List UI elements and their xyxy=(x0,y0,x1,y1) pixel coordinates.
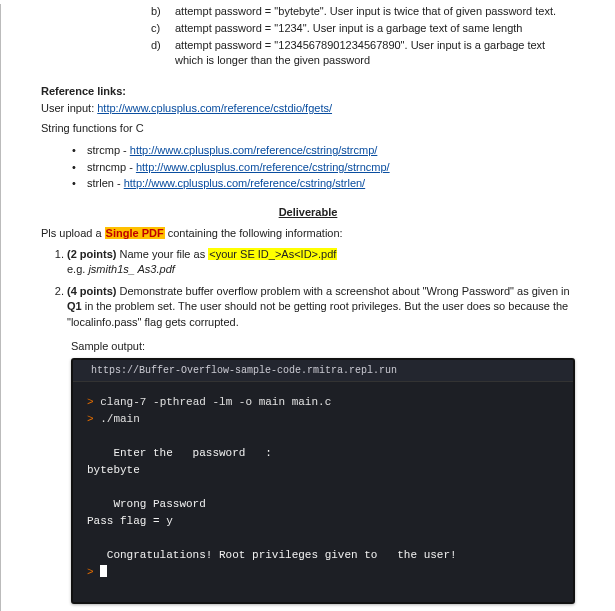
func-link[interactable]: http://www.cplusplus.com/reference/cstri… xyxy=(136,161,390,173)
q1-ref: Q1 xyxy=(67,300,82,312)
terminal-line: ./main xyxy=(100,413,140,425)
sub-item-text: attempt password = "12345678901234567890… xyxy=(175,38,575,68)
deliverable-item-2: (4 points) Demonstrate buffer overflow p… xyxy=(67,284,575,330)
bullet-icon: • xyxy=(71,159,77,176)
prompt-icon: > xyxy=(87,396,94,408)
item2-text: Demonstrate buffer overflow problem with… xyxy=(117,285,570,297)
prompt-icon: > xyxy=(87,566,94,578)
function-links-list: • strcmp - http://www.cplusplus.com/refe… xyxy=(71,142,575,192)
func-link[interactable]: http://www.cplusplus.com/reference/cstri… xyxy=(130,144,378,156)
list-item: • strlen - http://www.cplusplus.com/refe… xyxy=(71,175,575,192)
sub-item-label: d) xyxy=(151,38,167,68)
upload-instruction: Pls upload a Single PDF containing the f… xyxy=(41,226,575,241)
item2-text2: in the problem set. The user should not … xyxy=(67,300,568,327)
sub-item-label: c) xyxy=(151,21,167,36)
user-input-label: User input: xyxy=(41,102,97,114)
points-badge: (2 points) xyxy=(67,248,117,260)
upload-post: containing the following information: xyxy=(165,227,343,239)
sub-item-text: attempt password = "bytebyte". User inpu… xyxy=(175,4,575,19)
func-name: strcmp xyxy=(87,144,120,156)
single-pdf-highlight: Single PDF xyxy=(105,227,165,239)
terminal-line: Enter the password : xyxy=(87,447,272,459)
sub-item-text: attempt password = "1234". User input is… xyxy=(175,21,575,36)
terminal-title: https://Buffer-Overflow-sample-code.rmit… xyxy=(73,360,573,382)
deliverable-heading: Deliverable xyxy=(41,206,575,218)
prompt-icon: > xyxy=(87,413,94,425)
func-name: strlen xyxy=(87,177,114,189)
cursor-icon xyxy=(100,565,107,577)
upload-pre: Pls upload a xyxy=(41,227,105,239)
sub-item: b) attempt password = "bytebyte". User i… xyxy=(151,4,575,19)
func-name: strncmp xyxy=(87,161,126,173)
terminal-window: https://Buffer-Overflow-sample-code.rmit… xyxy=(71,358,575,604)
deliverable-item-1: (2 points) Name your file as <your SE ID… xyxy=(67,247,575,278)
filename-mask: <your SE ID_>As<ID>.pdf xyxy=(208,248,337,260)
list-item: • strncmp - http://www.cplusplus.com/ref… xyxy=(71,159,575,176)
terminal-line: clang-7 -pthread -lm -o main main.c xyxy=(100,396,331,408)
func-link[interactable]: http://www.cplusplus.com/reference/cstri… xyxy=(124,177,365,189)
sub-item: d) attempt password = "12345678901234567… xyxy=(151,38,575,68)
bullet-icon: • xyxy=(71,175,77,192)
sub-item-label: b) xyxy=(151,4,167,19)
eg-label: e.g. xyxy=(67,263,88,275)
terminal-line: Congratulations! Root privileges given t… xyxy=(87,549,457,561)
terminal-line: Wrong Password xyxy=(87,498,206,510)
sample-output-label: Sample output: xyxy=(71,340,575,352)
bullet-icon: • xyxy=(71,142,77,159)
list-item: • strcmp - http://www.cplusplus.com/refe… xyxy=(71,142,575,159)
string-functions-label: String functions for C xyxy=(41,121,575,136)
terminal-line: Pass flag = y xyxy=(87,515,173,527)
terminal-body: > clang-7 -pthread -lm -o main main.c > … xyxy=(73,382,573,602)
user-input-line: User input: http://www.cplusplus.com/ref… xyxy=(41,101,575,116)
user-input-link[interactable]: http://www.cplusplus.com/reference/cstdi… xyxy=(97,102,332,114)
deliverable-list: (2 points) Name your file as <your SE ID… xyxy=(47,247,575,330)
eg-value: jsmith1s_ As3.pdf xyxy=(88,263,174,275)
reference-heading: Reference links: xyxy=(41,85,575,97)
points-badge: (4 points) xyxy=(67,285,117,297)
sub-items: b) attempt password = "bytebyte". User i… xyxy=(151,4,575,67)
item1-pre: Name your file as xyxy=(117,248,209,260)
terminal-line: bytebyte xyxy=(87,464,140,476)
sub-item: c) attempt password = "1234". User input… xyxy=(151,21,575,36)
